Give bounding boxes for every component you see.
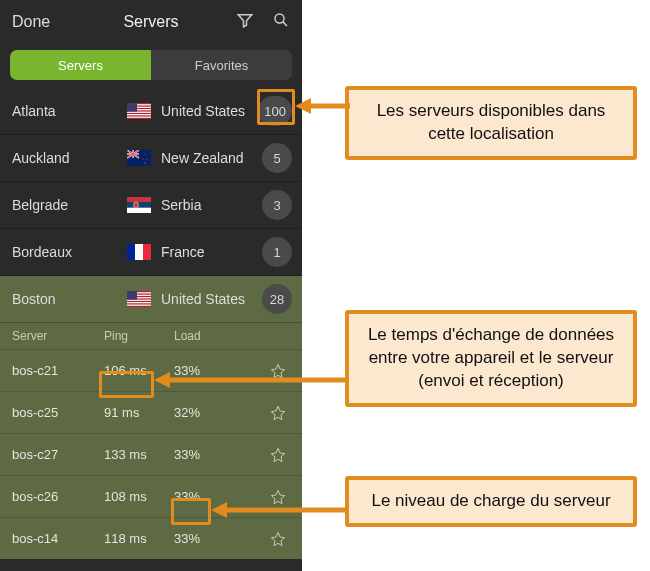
svg-rect-20: [127, 244, 135, 260]
country-name: France: [153, 244, 262, 260]
server-ping: 133 ms: [104, 447, 174, 462]
svg-rect-21: [135, 244, 143, 260]
server-row[interactable]: bos-c14 118 ms 33%: [0, 517, 302, 559]
server-load: 32%: [174, 405, 234, 420]
city-name: Atlanta: [12, 103, 127, 119]
city-row-bordeaux[interactable]: Bordeaux France 1: [0, 229, 302, 276]
svg-rect-16: [127, 197, 151, 202]
col-load: Load: [174, 329, 234, 343]
svg-line-1: [283, 22, 287, 26]
col-ping: Ping: [104, 329, 174, 343]
favorite-star-icon[interactable]: [234, 489, 290, 505]
callout-load: Le niveau de charge du serveur: [345, 476, 637, 527]
svg-rect-6: [127, 112, 151, 113]
flag-icon: [127, 291, 153, 307]
svg-rect-17: [127, 202, 151, 207]
svg-point-14: [146, 158, 148, 160]
search-icon[interactable]: [272, 11, 290, 33]
svg-rect-28: [127, 302, 151, 303]
favorite-star-icon[interactable]: [234, 447, 290, 463]
tab-favorites[interactable]: Favorites: [151, 50, 292, 80]
svg-rect-29: [127, 305, 151, 306]
server-load: 33%: [174, 531, 234, 546]
favorite-star-icon[interactable]: [234, 531, 290, 547]
filter-icon[interactable]: [236, 11, 254, 33]
server-row[interactable]: bos-c21 106 ms 33%: [0, 349, 302, 391]
city-name: Bordeaux: [12, 244, 127, 260]
server-name: bos-c14: [12, 531, 104, 546]
server-row[interactable]: bos-c25 91 ms 32%: [0, 391, 302, 433]
server-ping: 108 ms: [104, 489, 174, 504]
callout-ping: Le temps d'échange de données entre votr…: [345, 310, 637, 407]
server-count-badge: 3: [262, 190, 292, 220]
arrow-to-count: [295, 96, 350, 116]
svg-point-12: [144, 153, 146, 155]
server-count-badge: 28: [262, 284, 292, 314]
country-name: Serbia: [153, 197, 262, 213]
server-ping: 106 ms: [104, 363, 174, 378]
svg-point-19: [134, 202, 139, 208]
city-row-belgrade[interactable]: Belgrade Serbia 3: [0, 182, 302, 229]
flag-icon: [127, 197, 153, 213]
city-name: Belgrade: [12, 197, 127, 213]
city-name: Boston: [12, 291, 127, 307]
svg-rect-9: [127, 103, 137, 112]
favorite-star-icon[interactable]: [234, 405, 290, 421]
country-name: United States: [153, 291, 262, 307]
country-name: United States: [153, 103, 258, 119]
flag-icon: [127, 103, 153, 119]
svg-point-13: [142, 158, 144, 160]
server-name: bos-c27: [12, 447, 104, 462]
tab-servers[interactable]: Servers: [10, 50, 151, 80]
server-table-header: Server Ping Load: [0, 323, 302, 349]
svg-rect-27: [127, 300, 151, 301]
servers-panel: Done Servers Servers Favorites Atlanta U…: [0, 0, 302, 571]
callout-available-servers: Les serveurs disponibles dans cette loca…: [345, 86, 637, 160]
favorite-star-icon[interactable]: [234, 363, 290, 379]
server-ping: 118 ms: [104, 531, 174, 546]
svg-point-15: [144, 162, 146, 164]
screen-title: Servers: [72, 13, 230, 31]
server-name: bos-c25: [12, 405, 104, 420]
server-load: 33%: [174, 447, 234, 462]
city-row-atlanta[interactable]: Atlanta United States 100: [0, 88, 302, 135]
server-ping: 91 ms: [104, 405, 174, 420]
server-name: bos-c21: [12, 363, 104, 378]
server-count-badge: 5: [262, 143, 292, 173]
city-row-auckland[interactable]: Auckland New Zealand 5: [0, 135, 302, 182]
top-bar: Done Servers: [0, 0, 302, 44]
svg-point-0: [275, 14, 284, 23]
svg-rect-8: [127, 117, 151, 118]
done-button[interactable]: Done: [12, 13, 72, 31]
server-count-badge: 1: [262, 237, 292, 267]
server-count-badge: 100: [258, 96, 292, 126]
tab-segmented-control: Servers Favorites: [10, 50, 292, 80]
svg-rect-30: [127, 291, 137, 300]
server-load: 33%: [174, 363, 234, 378]
svg-rect-18: [127, 208, 151, 213]
server-row[interactable]: bos-c26 108 ms 33%: [0, 475, 302, 517]
city-name: Auckland: [12, 150, 127, 166]
flag-icon: [127, 244, 153, 260]
svg-rect-22: [143, 244, 151, 260]
svg-rect-7: [127, 114, 151, 115]
flag-icon: [127, 150, 153, 166]
server-load: 33%: [174, 489, 234, 504]
server-row[interactable]: bos-c27 133 ms 33%: [0, 433, 302, 475]
country-name: New Zealand: [153, 150, 262, 166]
city-row-boston[interactable]: Boston United States 28: [0, 276, 302, 323]
server-name: bos-c26: [12, 489, 104, 504]
col-server: Server: [12, 329, 104, 343]
